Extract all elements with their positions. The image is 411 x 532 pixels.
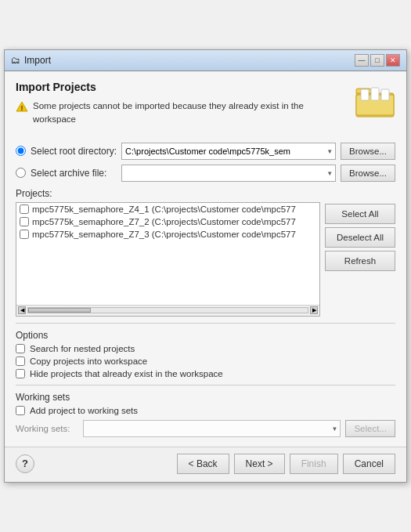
working-sets-divider — [16, 385, 395, 385]
scroll-right-arrow[interactable]: ▶ — [310, 306, 318, 314]
import-dialog: 🗂 Import — □ ✕ Import Projects ! Some pr… — [4, 49, 407, 482]
folder-illustration — [355, 84, 395, 121]
root-dir-row: Select root directory: C:\projects\Custo… — [16, 143, 395, 160]
nested-projects-row: Search for nested projects — [16, 344, 395, 353]
page-title: Import Projects — [16, 81, 347, 93]
window-title-icon: 🗂 — [11, 55, 20, 66]
warning-icon: ! — [16, 100, 28, 113]
options-label: Options — [16, 330, 395, 341]
working-sets-combo[interactable] — [83, 420, 341, 437]
list-item: mpc5775k_semaphore_Z7_3 (C:\projects\Cus… — [16, 228, 319, 241]
root-dir-radio[interactable] — [16, 146, 26, 156]
options-section: Options Search for nested projects Copy … — [16, 330, 395, 378]
browse-archive-button[interactable]: Browse... — [341, 165, 395, 182]
hide-projects-label: Hide projects that already exist in the … — [30, 369, 223, 378]
project-3-checkbox[interactable] — [20, 230, 29, 239]
help-button[interactable]: ? — [16, 454, 34, 473]
finish-button[interactable]: Finish — [290, 454, 338, 474]
archive-row: Select archive file: Browse... — [16, 165, 395, 182]
footer-buttons: < Back Next > Finish Cancel — [177, 454, 395, 474]
svg-rect-6 — [381, 89, 389, 100]
project-2-name: mpc5775k_semaphore_Z7_2 (C:\projects\Cus… — [32, 217, 296, 226]
projects-label: Projects: — [16, 188, 395, 199]
working-sets-label: Working sets — [16, 392, 395, 403]
archive-select[interactable] — [121, 165, 336, 182]
copy-projects-checkbox[interactable] — [16, 356, 25, 366]
back-button[interactable]: < Back — [177, 454, 229, 474]
svg-rect-4 — [361, 89, 369, 100]
projects-inner[interactable]: mpc5775k_semaphore_Z4_1 (C:\projects\Cus… — [16, 203, 319, 305]
nested-projects-checkbox[interactable] — [16, 344, 25, 353]
projects-buttons: Select All Deselect All Refresh — [325, 202, 395, 317]
list-item: mpc5775k_semaphore_Z4_1 (C:\projects\Cus… — [16, 203, 319, 215]
scroll-left-arrow[interactable]: ◀ — [18, 306, 26, 314]
horizontal-scrollbar: ◀ ▶ — [16, 305, 319, 316]
deselect-all-button[interactable]: Deselect All — [325, 227, 395, 248]
working-sets-select[interactable] — [83, 420, 341, 437]
add-to-working-sets-row: Add project to working sets — [16, 406, 395, 415]
header-area: Import Projects ! Some projects cannot b… — [16, 81, 395, 134]
folder-large-icon — [355, 84, 395, 118]
title-bar: 🗂 Import — □ ✕ — [5, 50, 406, 71]
copy-projects-label: Copy projects into workspace — [30, 356, 147, 366]
hide-projects-checkbox[interactable] — [16, 369, 25, 378]
project-1-checkbox[interactable] — [20, 204, 29, 214]
project-3-name: mpc5775k_semaphore_Z7_3 (C:\projects\Cus… — [32, 230, 296, 239]
refresh-button[interactable]: Refresh — [325, 251, 395, 271]
working-sets-section: Working sets Add project to working sets… — [16, 392, 395, 437]
root-dir-select[interactable]: C:\projects\Customer code\mpc5775k_sem — [121, 143, 336, 160]
archive-radio[interactable] — [16, 168, 26, 178]
add-working-sets-checkbox[interactable] — [16, 406, 25, 415]
close-button[interactable]: ✕ — [386, 54, 400, 67]
svg-text:!: ! — [21, 104, 23, 112]
root-dir-label: Select root directory: — [31, 146, 117, 157]
cancel-button[interactable]: Cancel — [343, 454, 395, 474]
archive-label: Select archive file: — [31, 168, 117, 179]
warning-box: ! Some projects cannot be imported becau… — [16, 100, 347, 125]
select-all-button[interactable]: Select All — [325, 204, 395, 224]
add-working-sets-label: Add project to working sets — [30, 406, 138, 415]
minimize-button[interactable]: — — [355, 54, 369, 67]
warning-text: Some projects cannot be imported because… — [33, 100, 347, 125]
main-content: Import Projects ! Some projects cannot b… — [5, 71, 406, 446]
nested-projects-label: Search for nested projects — [30, 344, 135, 353]
title-bar-left: 🗂 Import — [11, 55, 51, 66]
title-controls: — □ ✕ — [355, 54, 400, 67]
header-text: Import Projects ! Some projects cannot b… — [16, 81, 347, 134]
window-title: Import — [24, 55, 51, 66]
project-2-checkbox[interactable] — [20, 217, 29, 226]
copy-projects-row: Copy projects into workspace — [16, 356, 395, 366]
project-1-name: mpc5775k_semaphore_Z4_1 (C:\projects\Cus… — [32, 204, 296, 214]
root-dir-combo[interactable]: C:\projects\Customer code\mpc5775k_sem — [121, 143, 336, 160]
list-item: mpc5775k_semaphore_Z7_2 (C:\projects\Cus… — [16, 215, 319, 228]
browse-root-button[interactable]: Browse... — [341, 143, 395, 160]
footer: ? < Back Next > Finish Cancel — [5, 447, 406, 482]
scroll-thumb — [28, 308, 91, 313]
svg-rect-5 — [371, 88, 379, 100]
options-divider — [16, 323, 395, 324]
next-button[interactable]: Next > — [234, 454, 285, 474]
hide-projects-row: Hide projects that already exist in the … — [16, 369, 395, 378]
projects-list-wrapper: mpc5775k_semaphore_Z4_1 (C:\projects\Cus… — [16, 202, 320, 317]
sets-label: Working sets: — [16, 424, 78, 433]
projects-area: mpc5775k_semaphore_Z4_1 (C:\projects\Cus… — [16, 202, 395, 317]
projects-outer: mpc5775k_semaphore_Z4_1 (C:\projects\Cus… — [16, 202, 320, 317]
working-sets-input-row: Working sets: Select... — [16, 420, 395, 437]
scroll-track — [27, 307, 308, 313]
archive-combo[interactable] — [121, 165, 336, 182]
working-sets-select-button[interactable]: Select... — [345, 420, 395, 437]
maximize-button[interactable]: □ — [370, 54, 384, 67]
